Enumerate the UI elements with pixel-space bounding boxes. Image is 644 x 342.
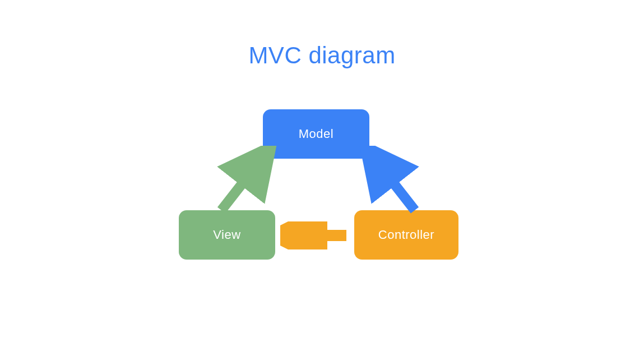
svg-line-1 <box>221 161 260 210</box>
arrow-view-to-model <box>210 146 277 219</box>
node-model-label: Model <box>299 127 333 141</box>
diagram-title: MVC diagram <box>248 42 395 69</box>
node-view-label: View <box>213 228 240 242</box>
node-controller-label: Controller <box>378 228 434 242</box>
svg-line-3 <box>377 161 415 210</box>
arrow-controller-to-model <box>359 146 426 219</box>
arrow-controller-to-view <box>280 221 353 249</box>
node-model: Model <box>263 109 369 159</box>
